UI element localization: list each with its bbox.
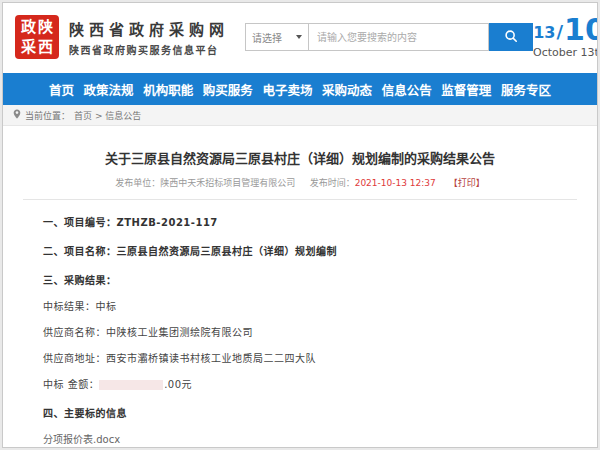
nav-item-home[interactable]: 首页 [49,80,74,99]
article-content: 关于三原县自然资源局三原县村庄（详细）规划编制的采购结果公告 发布单位：陕西中天… [3,126,597,448]
page: 政陕 采西 陕西省政府采购网 陕西省政府购买服务信息平台 请选择 [2,2,598,448]
breadcrumb-path[interactable]: 首页 > 信息公告 [74,109,141,122]
print-button[interactable]: 【打印】 [449,178,485,188]
project-number-label: 一、项目编号： [43,217,117,228]
nav-item-e-marketplace[interactable]: 电子卖场 [262,80,312,99]
nav-item-procurement-news[interactable]: 采购动态 [322,80,372,99]
nav-item-policies[interactable]: 政策法规 [84,80,134,99]
article-meta: 发布单位：陕西中天禾招标项目管理有限公司 发布时间：2021-10-13 12:… [21,176,579,189]
search-bar: 请选择 [245,23,533,51]
nav-item-announcements[interactable]: 信息公告 [382,80,432,99]
date-widget: 13 / 10 October 13th 星期三 [533,14,598,60]
supplier-address-value: 西安市灞桥镇读书村核工业地质局二二四大队 [106,353,316,364]
publisher-value: 陕西中天禾招标项目管理有限公司 [160,178,295,188]
logo-text-row2: 采西 [19,37,55,57]
bid-result-line: 中标结果：中标 [43,298,579,313]
supplier-name-label: 供应商名称： [43,327,106,338]
breadcrumb-prefix: 当前位置： [25,109,70,122]
project-name-value: 三原县自然资源局三原县村庄（详细）规划编制 [117,246,338,257]
bid-amount-label: 中标 金额： [43,379,99,390]
site-titles: 陕西省政府采购网 陕西省政府购买服务信息平台 [69,18,229,57]
supplier-name-line: 供应商名称：中陕核工业集团测绘院有限公司 [43,324,579,339]
site-subtitle: 陕西省政府购买服务信息平台 [69,42,229,57]
bid-amount-suffix: .00元 [164,379,192,390]
search-select-label: 请选择 [252,30,282,45]
date-english: October 13th [533,46,598,59]
location-pin-icon [13,109,21,121]
date-separator: / [556,24,565,42]
logo-text-row1: 政陕 [19,17,55,37]
publish-time-label: 发布时间： [310,178,355,188]
breadcrumb: 当前位置： 首页 > 信息公告 [3,105,597,126]
search-input[interactable] [309,23,489,51]
project-name-label: 二、项目名称： [43,246,117,257]
section-project-number: 一、项目编号：ZTHZB-2021-117 [43,214,579,229]
attachment-link[interactable]: 分项报价表.docx [43,431,579,446]
search-category-select[interactable]: 请选择 [245,23,309,51]
site-title: 陕西省政府采购网 [69,18,229,39]
meta-divider [23,199,577,200]
search-icon [504,29,518,46]
bid-result-label: 中标结果： [43,301,96,312]
publisher-label: 发布单位： [115,178,160,188]
nav-item-purchase-services[interactable]: 购买服务 [203,80,253,99]
section-project-name: 二、项目名称：三原县自然资源局三原县村庄（详细）规划编制 [43,243,579,258]
nav-item-service-zone[interactable]: 服务专区 [501,80,551,99]
supplier-address-label: 供应商地址： [43,353,106,364]
nav-item-functions[interactable]: 机构职能 [143,80,193,99]
section-procurement-result: 三、采购结果： [43,272,579,287]
supplier-name-value: 中陕核工业集团测绘院有限公司 [106,327,253,338]
nav-item-supervision[interactable]: 监督管理 [441,80,491,99]
project-number-value: ZTHZB-2021-117 [117,217,218,228]
main-nav: 首页 政策法规 机构职能 购买服务 电子卖场 采购动态 信息公告 监督管理 服务… [3,73,597,105]
publish-time-value: 2021-10-13 12:37 [355,178,436,188]
supplier-address-line: 供应商地址：西安市灞桥镇读书村核工业地质局二二四大队 [43,350,579,365]
chevron-down-icon [296,35,302,39]
site-logo[interactable]: 政陕 采西 [15,15,59,59]
section-main-subject-info: 四、主要标的信息 [43,405,579,420]
bid-result-value: 中标 [96,301,117,312]
bid-amount-line: 中标 金额：.00元 [43,376,579,391]
date-numeric: 13 / 10 October 13th [533,16,598,59]
search-button[interactable] [489,23,533,51]
page-title: 关于三原县自然资源局三原县村庄（详细）规划编制的采购结果公告 [45,148,555,167]
top-header: 政陕 采西 陕西省政府采购网 陕西省政府购买服务信息平台 请选择 [3,3,597,71]
redacted-amount-block [99,380,163,390]
date-day: 13 [533,26,555,42]
date-month: 10 [564,16,598,43]
